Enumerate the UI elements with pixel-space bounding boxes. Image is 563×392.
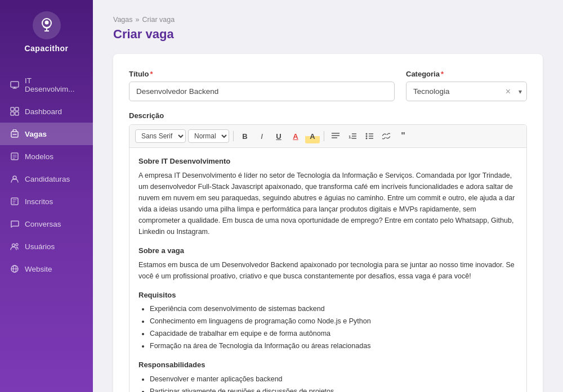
- svg-rect-8: [15, 112, 19, 115]
- sidebar-logo: Capacithor: [24, 11, 68, 53]
- highlight-button[interactable]: A: [305, 129, 320, 143]
- sidebar-item-vagas[interactable]: Vagas: [0, 123, 93, 145]
- description-section: Descrição Sans Serif Normal B I U: [129, 111, 527, 392]
- align-icon: [332, 133, 339, 139]
- breadcrumb-root: Vagas: [113, 16, 133, 24]
- section-requisitos-title: Requisitos: [138, 290, 517, 301]
- section-sobre-it-para: A empresa IT Desenvolvimento é líder no …: [138, 170, 517, 237]
- candidaturas-icon: [10, 174, 19, 183]
- ordered-list-button[interactable]: 1.: [345, 129, 360, 143]
- section-sobre-vaga-title: Sobre a vaga: [138, 245, 517, 257]
- unordered-list-icon: [365, 133, 373, 139]
- website-icon: [10, 264, 19, 273]
- svg-point-17: [12, 244, 15, 247]
- toolbar-divider-2: [324, 131, 324, 141]
- capacithor-logo-svg: [39, 17, 55, 33]
- svg-point-1: [44, 21, 48, 25]
- font-family-select[interactable]: Sans Serif: [135, 129, 186, 143]
- editor-toolbar: Sans Serif Normal B I U A A: [129, 125, 526, 148]
- breadcrumb-separator: »: [136, 16, 140, 24]
- underline-button[interactable]: U: [271, 129, 286, 143]
- main-content: Vagas » Criar vaga Criar vaga Título* Ca…: [93, 0, 563, 392]
- italic-button[interactable]: I: [254, 129, 269, 143]
- sidebar-item-usuarios[interactable]: Usuários: [0, 235, 93, 258]
- title-category-row: Título* Categoria* Tecnologia × ▾: [129, 70, 527, 101]
- list-item: Formação na área de Tecnologia da Inform…: [150, 340, 517, 352]
- title-field: Título*: [129, 70, 395, 101]
- svg-point-29: [366, 133, 368, 135]
- svg-text:1.: 1.: [348, 134, 352, 139]
- sidebar-item-modelos[interactable]: Modelos: [0, 145, 93, 168]
- conversas-icon: [10, 219, 19, 228]
- unordered-list-button[interactable]: [362, 129, 377, 143]
- select-clear-icon[interactable]: ×: [502, 87, 514, 96]
- vagas-icon: [10, 129, 19, 138]
- font-color-button[interactable]: A: [288, 129, 303, 143]
- align-button[interactable]: [328, 129, 343, 143]
- sidebar-item-inscritos[interactable]: Inscritos: [0, 190, 93, 213]
- svg-rect-7: [11, 112, 14, 115]
- category-select[interactable]: Tecnologia × ▾: [406, 82, 527, 101]
- sidebar-item-conversas[interactable]: Conversas: [0, 213, 93, 235]
- ordered-list-icon: 1.: [348, 133, 356, 139]
- editor-content-area[interactable]: Sobre IT Desenvolvimento A empresa IT De…: [129, 148, 526, 392]
- modelos-icon: [10, 152, 19, 161]
- form-card: Título* Categoria* Tecnologia × ▾: [113, 54, 543, 392]
- sidebar-item-candidaturas[interactable]: Candidaturas: [0, 168, 93, 190]
- title-label: Título*: [129, 70, 395, 78]
- category-label: Categoria*: [406, 70, 527, 78]
- svg-point-31: [366, 138, 368, 139]
- svg-rect-4: [11, 82, 19, 87]
- breadcrumb: Vagas » Criar vaga: [113, 16, 543, 24]
- section-sobre-vaga-para: Estamos em busca de um Desenvolvedor Bac…: [138, 259, 517, 282]
- list-item: Desenvolver e manter aplicações backend: [150, 373, 517, 385]
- breadcrumb-current: Criar vaga: [142, 16, 175, 24]
- category-field: Categoria* Tecnologia × ▾: [406, 70, 527, 101]
- sidebar-item-website[interactable]: Website: [0, 258, 93, 280]
- list-item: Experiência com desenvolvimento de siste…: [150, 303, 517, 314]
- svg-point-18: [16, 244, 18, 246]
- usuarios-icon: [10, 242, 19, 251]
- sidebar-navigation: IT Desenvolvim... Dashboard Vagas: [0, 70, 93, 280]
- sidebar-item-it-dev[interactable]: IT Desenvolvim...: [0, 70, 93, 100]
- toolbar-divider-1: [233, 131, 234, 141]
- bold-button[interactable]: B: [238, 129, 252, 143]
- sidebar-logo-text: Capacithor: [24, 44, 68, 53]
- list-item: Conhecimento em linguagens de programaçã…: [150, 316, 517, 327]
- logo-icon: [33, 11, 61, 39]
- description-label: Descrição: [129, 111, 527, 120]
- chevron-down-icon[interactable]: ▾: [514, 88, 526, 96]
- section-sobre-it-title: Sobre IT Desenvolvimento: [138, 156, 517, 168]
- category-value: Tecnologia: [406, 82, 502, 101]
- title-input[interactable]: [129, 82, 395, 101]
- section-responsabilidades-list: Desenvolver e manter aplicações backend …: [138, 373, 517, 392]
- list-item: Participar ativamente de reuniões e disc…: [150, 386, 517, 392]
- font-size-select[interactable]: Normal: [188, 129, 229, 143]
- sidebar-item-dashboard[interactable]: Dashboard: [0, 100, 93, 123]
- section-requisitos-list: Experiência com desenvolvimento de siste…: [138, 303, 517, 352]
- list-item: Capacidade de trabalhar em equipe e de f…: [150, 328, 517, 339]
- sidebar: Capacithor IT Desenvolvim... Dashboard: [0, 0, 93, 392]
- link-icon: [382, 133, 390, 139]
- monitor-icon: [10, 80, 19, 89]
- inscritos-icon: [10, 197, 19, 206]
- svg-rect-5: [11, 107, 14, 111]
- svg-rect-6: [15, 107, 19, 111]
- quote-button[interactable]: ": [396, 129, 410, 143]
- dashboard-icon: [10, 107, 19, 116]
- link-button[interactable]: [379, 129, 394, 143]
- svg-point-30: [366, 136, 368, 137]
- rich-text-editor: Sans Serif Normal B I U A A: [129, 124, 527, 392]
- section-responsabilidades-title: Responsabilidades: [138, 359, 517, 371]
- page-title: Criar vaga: [113, 27, 543, 42]
